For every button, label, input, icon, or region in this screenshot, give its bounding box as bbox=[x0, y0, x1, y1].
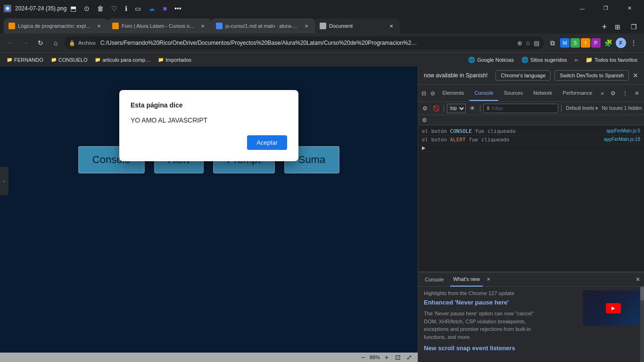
devtools-tab-sources[interactable]: Sources bbox=[499, 86, 528, 101]
back-button[interactable]: ← bbox=[4, 36, 17, 49]
devtools-tab-console[interactable]: Console bbox=[470, 86, 498, 101]
tab-foro[interactable]: Foro | Alura Latam - Cursos on… ✕ bbox=[107, 18, 211, 33]
toolbar-separator-1 bbox=[444, 105, 444, 112]
page-content: Hora del Desafío Console Alert Prompt Su… bbox=[0, 66, 418, 362]
translate-icon[interactable]: ⊕ bbox=[517, 40, 522, 47]
dialog-title: Esta página dice bbox=[131, 101, 287, 109]
delete-icon[interactable]: 🗑 bbox=[97, 5, 104, 12]
restore-button[interactable]: ❐ bbox=[627, 20, 640, 33]
tab-label-1: Lógica de programación: explo… bbox=[18, 23, 92, 29]
main-area: ‹ Hora del Desafío Console Alert Prompt … bbox=[0, 66, 644, 362]
console-prefix-2: el botón bbox=[422, 137, 450, 143]
translate-close-button[interactable]: ✕ bbox=[633, 72, 638, 79]
console-keyword-1: CONSOLE bbox=[450, 128, 472, 134]
devtools-dock-icon[interactable]: ⊟ bbox=[420, 89, 428, 98]
info-icon[interactable]: ℹ bbox=[125, 5, 127, 12]
tab-close-2[interactable]: ✕ bbox=[199, 22, 206, 30]
youtube-play-button[interactable]: ▶ bbox=[606, 303, 621, 313]
address-bar-icons: ⊕ ☆ ▤ bbox=[517, 40, 539, 47]
cast-icon[interactable]: ▭ bbox=[135, 5, 141, 12]
devtools-tab-performance[interactable]: Performance bbox=[558, 86, 597, 101]
bookmark-fernando[interactable]: 📁 FERNANDO bbox=[4, 56, 46, 64]
tab-jscurso[interactable]: js-curso/1.md at main · alura-e… ✕ bbox=[211, 18, 315, 33]
devtools-vertical-more[interactable]: ⋮ bbox=[619, 90, 631, 97]
tab-document[interactable]: Document ✕ bbox=[315, 18, 400, 33]
bottom-tab-close[interactable]: ✕ bbox=[487, 277, 490, 282]
console-settings-icon[interactable]: ⚙ bbox=[422, 117, 427, 123]
extensions-puzzle[interactable]: 🧩 bbox=[602, 36, 615, 49]
menu-button[interactable]: ⋮ bbox=[627, 36, 640, 49]
nav-right: ⧉ M S f P 🧩 F ⋮ bbox=[546, 36, 640, 49]
console-settings-row: ⚙ bbox=[418, 115, 644, 125]
feature-subtitle-link[interactable]: New scroll snap event listeners bbox=[424, 345, 515, 352]
devtools-more-tabs[interactable]: » bbox=[598, 90, 607, 97]
readingview-icon[interactable]: ▤ bbox=[534, 40, 539, 47]
devtools-settings-button[interactable]: ⚙ bbox=[608, 90, 619, 97]
user-avatar[interactable]: F bbox=[616, 38, 626, 48]
dialog-footer: Aceptar bbox=[131, 135, 287, 150]
ext-icon-1[interactable]: M bbox=[560, 38, 570, 48]
devtools-filter-input[interactable]: ⧖ Filter bbox=[483, 104, 558, 113]
tab-favicon-3 bbox=[216, 23, 223, 29]
onedrive-icon[interactable]: ☁ bbox=[149, 5, 155, 12]
issues-label: No Issues bbox=[602, 106, 622, 111]
more-icon[interactable]: ••• bbox=[174, 5, 182, 12]
all-favorites-bookmark[interactable]: 📁 Todos los favoritos bbox=[583, 56, 640, 64]
console-expander-1[interactable]: ▶ bbox=[422, 145, 426, 150]
reload-button[interactable]: ↻ bbox=[34, 36, 47, 49]
bookmark-label-2: CONSUELO bbox=[58, 57, 88, 63]
devtools-context-selector[interactable]: top bbox=[447, 104, 466, 113]
protocol-label: Archivo bbox=[78, 40, 96, 46]
tab-logica[interactable]: Lógica de programación: explo… ✕ bbox=[4, 18, 107, 33]
tab-close-1[interactable]: ✕ bbox=[95, 22, 103, 30]
devtools-levels-dropdown[interactable]: Default levels ▾ bbox=[564, 106, 600, 111]
ext-icon-2[interactable]: S bbox=[570, 38, 580, 48]
devtools-close-button[interactable]: ✕ bbox=[632, 90, 642, 97]
console-link-2[interactable]: appFerMain.js:18 bbox=[604, 137, 640, 142]
close-button[interactable]: ✕ bbox=[619, 0, 640, 16]
bottom-scrollbar-thumb[interactable] bbox=[640, 287, 644, 301]
star-icon[interactable]: ☆ bbox=[525, 40, 531, 47]
bookmark-importados[interactable]: 📁 Importados bbox=[155, 56, 194, 64]
devtools-inspect-icon[interactable]: ⊘ bbox=[429, 89, 437, 98]
address-text: C:/Users/Fernando%20Rico/OneDrive/Docume… bbox=[100, 40, 514, 46]
bottom-panel-close[interactable]: ✕ bbox=[636, 276, 640, 283]
translate-message: now available in Spanish! bbox=[424, 72, 487, 79]
purple-icon[interactable]: ■ bbox=[163, 5, 166, 12]
bottom-tab-whatsnew[interactable]: What's new bbox=[450, 272, 483, 287]
google-news-bookmark[interactable]: 🌐 Google Noticias bbox=[465, 56, 517, 64]
new-tab-button[interactable]: + bbox=[598, 20, 611, 33]
devtools-tab-network[interactable]: Network bbox=[528, 86, 557, 101]
screenshot-icon[interactable]: ⬒ bbox=[70, 5, 76, 12]
ext-icon-3[interactable]: f bbox=[581, 38, 590, 48]
dialog-accept-button[interactable]: Aceptar bbox=[247, 135, 287, 150]
bookmark-icon[interactable]: ⊙ bbox=[84, 5, 90, 12]
bottom-scrollbar[interactable] bbox=[640, 287, 644, 362]
tab-close-4[interactable]: ✕ bbox=[388, 22, 395, 30]
suggested-sites-bookmark[interactable]: 🌐 Sitios sugeridos bbox=[519, 56, 570, 64]
home-button[interactable]: ⌂ bbox=[49, 36, 62, 49]
chrome-language-button[interactable]: Chrome's language bbox=[495, 70, 551, 81]
ext-icon-4[interactable]: P bbox=[591, 38, 601, 48]
forward-button[interactable]: → bbox=[19, 36, 32, 49]
tab-search-button[interactable]: ⊞ bbox=[611, 20, 624, 33]
switch-devtools-button[interactable]: Switch DevTools to Spanish bbox=[554, 70, 629, 81]
bottom-tab-console[interactable]: Console bbox=[422, 272, 446, 287]
devtools-clear-icon[interactable]: 🚫 bbox=[431, 104, 441, 113]
more-bookmarks-button[interactable]: ›› bbox=[572, 56, 581, 64]
tab-close-3[interactable]: ✕ bbox=[303, 22, 310, 30]
console-line-1: el botón CONSOLE fue cliqueado appFerMai… bbox=[418, 127, 644, 136]
minimize-button[interactable]: — bbox=[571, 0, 593, 16]
extensions-button[interactable]: ⧉ bbox=[546, 36, 559, 49]
heart-icon[interactable]: ♡ bbox=[111, 5, 117, 12]
bookmark-consuelo[interactable]: 📁 CONSUELO bbox=[48, 56, 91, 64]
toolbar-separator-3 bbox=[561, 105, 561, 112]
bookmark-label-1: FERNANDO bbox=[14, 57, 43, 63]
address-bar[interactable]: 🔒 Archivo C:/Users/Fernando%20Rico/OneDr… bbox=[64, 36, 544, 49]
maximize-button[interactable]: ❐ bbox=[595, 0, 617, 16]
devtools-tab-elements[interactable]: Elements bbox=[438, 86, 469, 101]
devtools-gear-icon[interactable]: ⚙ bbox=[420, 104, 429, 113]
devtools-eye-icon[interactable]: 👁 bbox=[468, 104, 477, 113]
bookmark-articulo[interactable]: 📁 articulo para comp… bbox=[92, 56, 153, 64]
console-link-1[interactable]: appFerMain.js:5 bbox=[606, 128, 640, 133]
